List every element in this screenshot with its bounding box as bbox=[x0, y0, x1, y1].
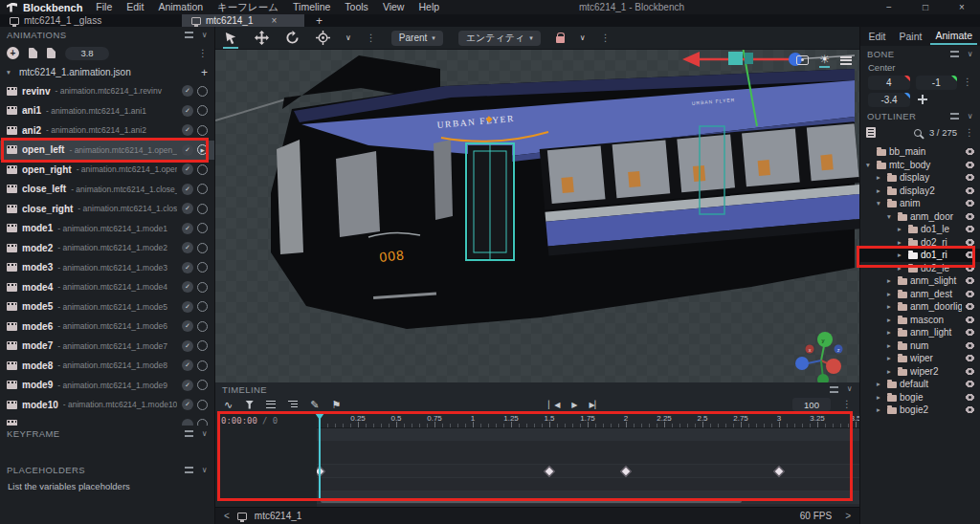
outliner-item-do1-ri[interactable]: ▸do1_ri bbox=[860, 249, 980, 262]
panel-collapse-icon[interactable]: ∨ bbox=[202, 430, 208, 438]
animation-enabled-check[interactable]: ✓ bbox=[182, 399, 193, 410]
tree-toggle-icon[interactable]: ▸ bbox=[898, 226, 905, 233]
animation-enabled-check[interactable]: ✓ bbox=[182, 281, 193, 293]
tree-toggle-icon[interactable]: ▸ bbox=[887, 303, 895, 311]
animation-play-toggle[interactable] bbox=[197, 380, 208, 390]
outliner-item-anim[interactable]: ▾anim bbox=[860, 197, 980, 210]
flag-icon[interactable]: ⚑ bbox=[331, 400, 341, 410]
camera-angle-icon[interactable] bbox=[796, 55, 809, 65]
tree-toggle-icon[interactable]: ▸ bbox=[887, 291, 895, 298]
axis-ball[interactable] bbox=[817, 374, 829, 382]
export-animation-icon[interactable] bbox=[47, 48, 56, 58]
bone-center-z-field[interactable]: -3.4 bbox=[868, 93, 910, 107]
gizmo-x-arrowhead[interactable] bbox=[682, 52, 700, 67]
tree-toggle-icon[interactable]: ▸ bbox=[898, 251, 905, 259]
animation-enabled-check[interactable]: ✓ bbox=[182, 203, 193, 214]
viewport-3d[interactable]: URBAN FLYER URBAN FLYER 008 bbox=[215, 50, 859, 382]
animation-item-open-right[interactable]: open_right- animation.mtc6214_1.open_rig… bbox=[0, 160, 214, 180]
bone-center-y-field[interactable]: -1 bbox=[916, 76, 958, 90]
visibility-eye-icon[interactable] bbox=[965, 367, 975, 376]
tree-toggle-icon[interactable]: ▸ bbox=[898, 239, 905, 247]
panel-collapse-icon[interactable]: ∨ bbox=[202, 32, 208, 39]
timeline-scrollbar[interactable] bbox=[321, 499, 742, 503]
tree-toggle-icon[interactable]: ▾ bbox=[866, 162, 874, 169]
add-animation-button[interactable]: + bbox=[7, 47, 19, 59]
tree-toggle-icon[interactable]: ▾ bbox=[877, 200, 884, 207]
animation-play-toggle[interactable] bbox=[197, 340, 208, 351]
animation-item-item[interactable] bbox=[0, 415, 214, 426]
keyframe-diamond[interactable] bbox=[773, 466, 784, 476]
outliner-item-bogie2[interactable]: ▸bogie2 bbox=[860, 404, 980, 417]
outliner-item-wiper[interactable]: ▸wiper bbox=[860, 352, 980, 365]
shading-sun-icon[interactable]: ☀ bbox=[819, 54, 830, 68]
tree-toggle-icon[interactable]: ▸ bbox=[887, 368, 895, 376]
animation-play-toggle[interactable] bbox=[197, 223, 208, 233]
animation-enabled-check[interactable] bbox=[182, 419, 193, 426]
animation-snap-value[interactable]: 3.8 bbox=[65, 47, 109, 60]
panel-menu-icon[interactable] bbox=[185, 32, 193, 38]
outliner-item-anm-light[interactable]: ▸anm_light bbox=[860, 326, 980, 339]
tree-toggle-icon[interactable]: ▸ bbox=[887, 277, 895, 285]
axis-y-ball[interactable] bbox=[817, 332, 833, 347]
outliner-item-default[interactable]: ▸default bbox=[860, 378, 980, 391]
playhead[interactable] bbox=[319, 413, 321, 501]
select-tool-button[interactable] bbox=[223, 31, 238, 46]
visibility-eye-icon[interactable] bbox=[965, 147, 975, 156]
panel-menu-icon[interactable] bbox=[950, 51, 959, 57]
entity-dropdown[interactable]: エンティティ ▾ bbox=[458, 31, 541, 46]
visibility-eye-icon[interactable] bbox=[965, 238, 975, 247]
animation-item-mode8[interactable]: mode8- animation.mtc6214_1.mode8✓ bbox=[0, 356, 214, 376]
outliner-item-do1-le[interactable]: ▸do1_le bbox=[860, 223, 980, 236]
toolbar-more-icon[interactable]: ⋮ bbox=[601, 33, 611, 43]
visibility-eye-icon[interactable] bbox=[965, 251, 975, 259]
sort-icon[interactable] bbox=[266, 401, 276, 408]
panel-menu-icon[interactable] bbox=[185, 430, 193, 437]
animation-item-mode3[interactable]: mode3- animation.mtc6214_1.mode3✓ bbox=[0, 258, 214, 278]
tab-mtc6214-1-glass[interactable]: mtc6214_1 _glass bbox=[0, 14, 115, 27]
animation-file-group[interactable]: ▾ mtc6214_1.animation.json + bbox=[0, 63, 214, 81]
bone-center-x-field[interactable]: 4 bbox=[868, 76, 910, 90]
animation-item-mode9[interactable]: mode9- animation.mtc6214_1.mode9✓ bbox=[0, 376, 214, 396]
tree-toggle-icon[interactable]: ▸ bbox=[887, 329, 895, 337]
play-button[interactable]: ▶ bbox=[571, 401, 577, 409]
animation-play-toggle[interactable] bbox=[197, 86, 208, 97]
animation-play-toggle[interactable] bbox=[197, 184, 208, 194]
menu-animation[interactable]: Animation bbox=[158, 1, 203, 14]
forward-icon[interactable]: > bbox=[845, 511, 851, 521]
menu-timeline[interactable]: Timeline bbox=[293, 1, 330, 14]
outliner-item-anm-doorlight[interactable]: ▸anm_doorlight bbox=[860, 300, 980, 314]
animation-item-ani1[interactable]: ani1- animation.mtc6214_1.ani1✓ bbox=[0, 101, 214, 121]
outliner-item-do2-ri[interactable]: ▸do2_ri bbox=[860, 236, 980, 250]
panel-collapse-icon[interactable]: ∨ bbox=[968, 113, 973, 120]
visibility-eye-icon[interactable] bbox=[965, 199, 975, 207]
animation-item-mode4[interactable]: mode4- animation.mtc6214_1.mode4✓ bbox=[0, 277, 214, 297]
tab-paint[interactable]: Paint bbox=[895, 29, 927, 44]
back-icon[interactable]: < bbox=[224, 511, 230, 521]
outliner-item-anm-slight[interactable]: ▸anm_slight bbox=[860, 274, 980, 288]
rotate-tool-button[interactable] bbox=[284, 31, 300, 46]
window-minimize-button[interactable]: − bbox=[871, 2, 907, 12]
keyframe-diamond[interactable] bbox=[544, 466, 554, 476]
animation-enabled-check[interactable]: ✓ bbox=[182, 105, 193, 117]
panel-collapse-icon[interactable]: ∨ bbox=[847, 385, 853, 393]
outliner-item-bogie[interactable]: ▸bogie bbox=[860, 391, 980, 404]
timeline-ruler[interactable]: 0.250.50.7511.251.51.7522.252.52.7533.25… bbox=[317, 413, 859, 428]
tree-toggle-icon[interactable]: ▸ bbox=[887, 317, 895, 324]
animation-play-toggle[interactable] bbox=[197, 360, 208, 371]
axis-ball[interactable] bbox=[826, 359, 841, 374]
skip-to-end-button[interactable]: ▶▏ bbox=[589, 401, 600, 409]
tree-toggle-icon[interactable]: ▸ bbox=[877, 381, 884, 388]
viewport-menu-icon[interactable] bbox=[840, 56, 852, 65]
animations-more-icon[interactable]: ⋮ bbox=[198, 49, 208, 58]
animation-item-mode7[interactable]: mode7- animation.mtc6214_1.mode7✓ bbox=[0, 337, 214, 357]
menu-item[interactable]: キーフレーム bbox=[217, 1, 278, 14]
menu-help[interactable]: Help bbox=[418, 1, 439, 14]
visibility-eye-icon[interactable] bbox=[965, 405, 975, 414]
tree-toggle-icon[interactable]: ▸ bbox=[877, 187, 884, 195]
animation-item-mode10[interactable]: mode10- animation.mtc6214_1.mode10✓ bbox=[0, 395, 214, 415]
animation-enabled-check[interactable]: ✓ bbox=[182, 340, 193, 352]
outliner-options-icon[interactable] bbox=[866, 127, 876, 138]
visibility-eye-icon[interactable] bbox=[965, 302, 975, 311]
window-close-button[interactable]: × bbox=[944, 2, 980, 12]
pivot-tool-button[interactable] bbox=[315, 31, 330, 46]
